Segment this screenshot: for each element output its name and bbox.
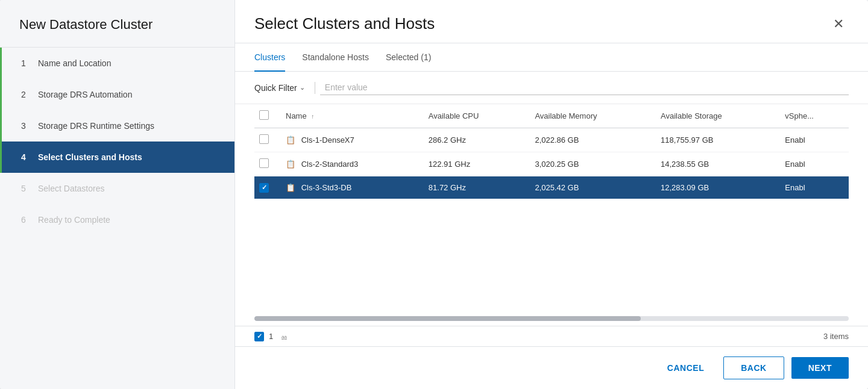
sidebar-title: New Datastore Cluster (0, 0, 234, 48)
row-storage: 14,238.55 GB (653, 152, 778, 176)
sidebar: New Datastore Cluster 1Name and Location… (0, 0, 235, 389)
table-row[interactable]: 📋 Cls-2-Standard3 122.91 GHz 3,020.25 GB… (254, 152, 849, 176)
sidebar-step-3[interactable]: 3Storage DRS Runtime Settings (0, 110, 234, 142)
row-checkbox-cell (254, 176, 278, 199)
scrollbar-thumb (254, 316, 641, 321)
sidebar-step-5: 5Select Datastores (0, 173, 234, 204)
sidebar-steps: 1Name and Location2Storage DRS Automatio… (0, 48, 234, 235)
table-header-row: Name ↑ Available CPU Available Memory Av… (254, 104, 849, 128)
header-name: Name ↑ (278, 104, 421, 128)
footer-items-count: 3 items (823, 332, 849, 341)
table-row[interactable]: 📋 Cls-1-DenseX7 286.2 GHz 2,022.86 GB 11… (254, 128, 849, 152)
scrollbar-area (235, 311, 868, 326)
step-label: Select Clusters and Hosts (38, 152, 142, 162)
row-memory: 2,025.42 GB (527, 176, 653, 199)
row-vsphere: Enabl (778, 152, 849, 176)
row-storage: 118,755.97 GB (653, 128, 778, 152)
filter-input[interactable] (325, 80, 849, 95)
step-num: 5 (21, 184, 31, 193)
step-label: Name and Location (38, 58, 111, 68)
row-cpu: 286.2 GHz (421, 128, 528, 152)
back-button[interactable]: BACK (723, 356, 784, 379)
tab-standalone-hosts[interactable]: Standalone Hosts (302, 44, 369, 72)
table-body: 📋 Cls-1-DenseX7 286.2 GHz 2,022.86 GB 11… (254, 128, 849, 199)
footer-bar: 1 ⎂ 3 items (235, 326, 868, 346)
row-vsphere: Enabl (778, 176, 849, 199)
row-checkbox[interactable] (259, 158, 269, 168)
row-checkbox[interactable] (259, 134, 269, 144)
dialog: New Datastore Cluster 1Name and Location… (0, 0, 868, 389)
footer-selected-count: 1 (269, 332, 273, 341)
chevron-down-icon: ⌄ (300, 84, 305, 92)
cancel-button[interactable]: CANCEL (655, 357, 716, 379)
step-label: Storage DRS Automation (38, 90, 132, 99)
filter-input-container (320, 80, 849, 95)
footer-columns-icon: ⎂ (281, 331, 287, 341)
step-num: 6 (21, 215, 31, 225)
step-num: 2 (21, 90, 31, 99)
step-label: Storage DRS Runtime Settings (38, 121, 154, 131)
filter-dropdown-label: Quick Filter (254, 83, 297, 93)
step-num: 4 (21, 152, 31, 162)
row-checkbox-cell (254, 152, 278, 176)
row-name: 📋 Cls-2-Standard3 (278, 152, 421, 176)
sidebar-step-2[interactable]: 2Storage DRS Automation (0, 79, 234, 110)
sidebar-step-4[interactable]: 4Select Clusters and Hosts (0, 142, 234, 173)
cluster-icon: 📋 (286, 160, 295, 169)
row-checkbox[interactable] (259, 183, 269, 193)
row-cpu: 122.91 GHz (421, 152, 528, 176)
step-num: 3 (21, 121, 31, 131)
clusters-table: Name ↑ Available CPU Available Memory Av… (254, 104, 849, 199)
header-memory: Available Memory (527, 104, 653, 128)
main-header: Select Clusters and Hosts ✕ (235, 0, 868, 43)
tab-selected[interactable]: Selected (1) (386, 44, 431, 72)
horizontal-scrollbar[interactable] (254, 316, 849, 321)
main-title: Select Clusters and Hosts (254, 14, 435, 33)
cluster-icon: 📋 (286, 183, 295, 192)
header-cpu: Available CPU (421, 104, 528, 128)
row-name: 📋 Cls-1-DenseX7 (278, 128, 421, 152)
row-cpu: 81.72 GHz (421, 176, 528, 199)
row-memory: 2,022.86 GB (527, 128, 653, 152)
row-memory: 3,020.25 GB (527, 152, 653, 176)
quick-filter-dropdown[interactable]: Quick Filter ⌄ (254, 81, 310, 95)
table-row[interactable]: 📋 Cls-3-Std3-DB 81.72 GHz 2,025.42 GB 12… (254, 176, 849, 199)
step-label: Select Datastores (38, 184, 105, 193)
action-bar: CANCEL BACK NEXT (235, 346, 868, 389)
row-checkbox-cell (254, 128, 278, 152)
table-container: Name ↑ Available CPU Available Memory Av… (235, 104, 868, 311)
header-storage: Available Storage (653, 104, 778, 128)
step-label: Ready to Complete (38, 215, 110, 225)
next-button[interactable]: NEXT (791, 357, 849, 379)
select-all-checkbox[interactable] (259, 110, 269, 120)
tab-clusters[interactable]: Clusters (254, 44, 285, 72)
step-num: 1 (21, 58, 31, 68)
filter-bar: Quick Filter ⌄ (235, 72, 868, 104)
row-storage: 12,283.09 GB (653, 176, 778, 199)
tabs-bar: ClustersStandalone HostsSelected (1) (235, 43, 868, 72)
close-button[interactable]: ✕ (828, 15, 849, 33)
row-name: 📋 Cls-3-Std3-DB (278, 176, 421, 199)
header-checkbox-col (254, 104, 278, 128)
footer-selected-checkbox[interactable] (254, 332, 264, 341)
row-vsphere: Enabl (778, 128, 849, 152)
sidebar-step-6: 6Ready to Complete (0, 204, 234, 235)
sidebar-step-1[interactable]: 1Name and Location (0, 48, 234, 79)
footer-selected: 1 ⎂ (254, 331, 287, 341)
filter-divider (315, 82, 315, 94)
cluster-icon: 📋 (286, 135, 295, 145)
main-panel: Select Clusters and Hosts ✕ ClustersStan… (235, 0, 868, 389)
header-vsphere: vSphe... (778, 104, 849, 128)
sort-arrow-icon: ↑ (311, 113, 314, 120)
